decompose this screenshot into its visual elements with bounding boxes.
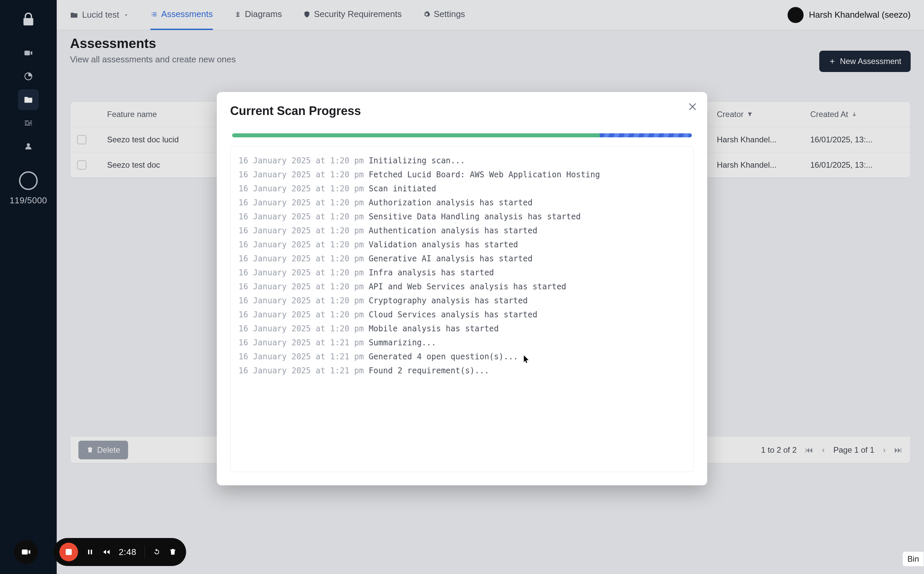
user-name: Harsh Khandelwal (seezo) <box>809 9 911 20</box>
trash-icon <box>169 548 177 556</box>
log-line: 16 January 2025 at 1:20 pm Mobile analys… <box>239 322 685 336</box>
pagination-range: 1 to 2 of 2 <box>761 445 797 455</box>
delete-button[interactable]: Delete <box>78 441 128 459</box>
trash-icon <box>86 446 94 454</box>
tab-settings[interactable]: Settings <box>423 0 465 30</box>
app-logo-icon <box>21 12 36 27</box>
row-checkbox[interactable] <box>77 135 86 144</box>
recorder-divider <box>144 545 145 559</box>
cell-created: 16/01/2025, 13:... <box>810 160 903 170</box>
log-line: 16 January 2025 at 1:21 pm Summarizing..… <box>239 336 685 350</box>
paginator: 1 to 2 of 2 ⏮ ‹ Page 1 of 1 › ⏭ <box>761 445 902 455</box>
cursor-icon <box>524 355 530 364</box>
log-line: 16 January 2025 at 1:20 pm Sensitive Dat… <box>239 210 685 224</box>
recorder-rewind-button[interactable] <box>102 548 111 556</box>
sidebar-usage-ring <box>19 171 38 190</box>
project-name: Lucid test <box>82 9 119 20</box>
recorder-toolbar: 2:48 <box>53 538 186 566</box>
log-line: 16 January 2025 at 1:20 pm API and Web S… <box>239 280 685 294</box>
list-icon <box>150 11 158 18</box>
sidebar-usage-counter: 119/5000 <box>9 196 47 206</box>
project-selector[interactable]: Lucid test <box>70 9 129 20</box>
folder-icon <box>70 11 78 19</box>
log-line: 16 January 2025 at 1:20 pm Validation an… <box>239 238 685 252</box>
log-line: 16 January 2025 at 1:20 pm Infra analysi… <box>239 266 685 280</box>
filter-icon[interactable] <box>747 111 753 117</box>
avatar <box>788 7 804 23</box>
left-sidebar: 119/5000 <box>0 0 57 574</box>
page-header: Assessments View all assessments and cre… <box>70 36 911 65</box>
cell-created: 16/01/2025, 13:... <box>810 135 903 144</box>
rewind-icon <box>102 548 111 556</box>
log-line: 16 January 2025 at 1:20 pm Cryptography … <box>239 294 685 308</box>
log-line: 16 January 2025 at 1:20 pm Authorization… <box>239 196 685 210</box>
page-prev-button[interactable]: ‹ <box>822 445 824 455</box>
recorder-restart-button[interactable] <box>153 548 161 556</box>
row-checkbox[interactable] <box>77 160 86 170</box>
page-first-button[interactable]: ⏮ <box>805 445 813 455</box>
delete-label: Delete <box>97 445 120 455</box>
gear-icon <box>423 11 430 18</box>
column-creator: Creator <box>717 110 810 119</box>
recorder-elapsed: 2:48 <box>119 547 136 557</box>
page-last-button[interactable]: ⏭ <box>894 445 902 455</box>
log-line: 16 January 2025 at 1:20 pm Scan initiate… <box>239 182 685 196</box>
modal-close-button[interactable] <box>685 99 700 114</box>
diagram-icon <box>234 11 242 18</box>
user-menu[interactable]: Harsh Khandelwal (seezo) <box>788 7 911 23</box>
sidebar-nav-user[interactable] <box>18 136 39 157</box>
log-line: 16 January 2025 at 1:21 pm Generated 4 o… <box>239 350 685 364</box>
progress-done <box>232 133 600 137</box>
cell-creator: Harsh Khandel... <box>717 135 810 144</box>
tab-diagrams[interactable]: Diagrams <box>234 0 282 30</box>
pagination-page: Page 1 of 1 <box>833 445 874 455</box>
log-line: 16 January 2025 at 1:21 pm Found 2 requi… <box>239 364 685 378</box>
sidebar-nav-folder[interactable] <box>18 89 39 110</box>
tab-assessments-label: Assessments <box>161 9 213 19</box>
stop-icon <box>66 549 72 555</box>
column-created-at: Created At <box>810 110 903 119</box>
progress-active <box>600 133 692 137</box>
scan-progress-modal: Current Scan Progress 16 January 2025 at… <box>217 92 707 485</box>
plus-icon <box>829 58 836 65</box>
sidebar-nav-sliders[interactable] <box>18 113 39 133</box>
recorder-pause-button[interactable] <box>86 548 94 556</box>
log-line: 16 January 2025 at 1:20 pm Fetched Lucid… <box>239 168 685 182</box>
tab-diagrams-label: Diagrams <box>245 9 282 19</box>
new-assessment-button[interactable]: New Assessment <box>819 50 911 72</box>
close-icon <box>688 102 698 112</box>
topbar: Lucid test Assessments Diagrams Security… <box>57 0 924 30</box>
log-line: 16 January 2025 at 1:20 pm Initializing … <box>239 154 685 168</box>
page-subtitle: View all assessments and create new ones <box>70 54 911 65</box>
pause-icon <box>86 548 94 556</box>
page-title: Assessments <box>70 36 911 51</box>
modal-title: Current Scan Progress <box>230 104 694 118</box>
tab-security-label: Security Requirements <box>314 9 402 19</box>
recorder-delete-button[interactable] <box>169 548 177 556</box>
camera-icon <box>21 547 31 557</box>
tab-settings-label: Settings <box>434 9 465 19</box>
restart-icon <box>153 548 161 556</box>
page-next-button[interactable]: › <box>883 445 886 455</box>
tab-assessments[interactable]: Assessments <box>150 0 213 30</box>
recorder-stop-button[interactable] <box>59 542 78 561</box>
tab-security-requirements[interactable]: Security Requirements <box>303 0 402 30</box>
sidebar-nav-analytics[interactable] <box>18 66 39 87</box>
log-line: 16 January 2025 at 1:20 pm Cloud Service… <box>239 308 685 322</box>
cell-creator: Harsh Khandel... <box>717 160 810 170</box>
scan-log[interactable]: 16 January 2025 at 1:20 pm Initializing … <box>230 146 694 472</box>
scan-progress-bar <box>232 133 692 137</box>
sort-desc-icon[interactable] <box>851 111 857 117</box>
log-line: 16 January 2025 at 1:20 pm Authenticatio… <box>239 224 685 238</box>
shield-icon <box>303 11 310 18</box>
log-line: 16 January 2025 at 1:20 pm Generative AI… <box>239 252 685 266</box>
recorder-float-button[interactable] <box>14 540 38 564</box>
bin-tooltip: Bin <box>902 551 924 567</box>
sidebar-nav-record[interactable] <box>18 43 39 63</box>
new-assessment-label: New Assessment <box>840 57 901 66</box>
chevron-down-icon <box>123 12 129 18</box>
